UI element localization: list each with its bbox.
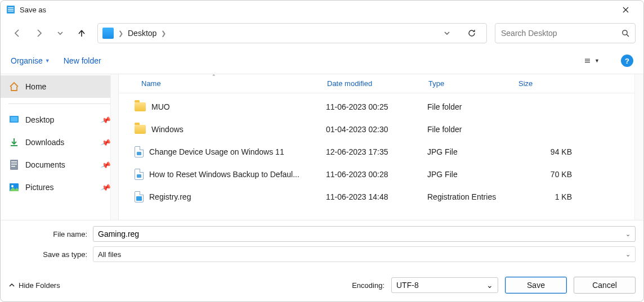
column-headers: Name⌃ Date modified Type Size <box>119 74 643 93</box>
sidebar: Home Desktop 📌 Downloads 📌 Documents 📌 P… <box>1 74 119 220</box>
column-size[interactable]: Size <box>518 79 586 88</box>
organise-menu[interactable]: Organise ▼ <box>11 56 50 65</box>
file-date: 11-06-2023 14:48 <box>326 192 427 201</box>
svg-rect-12 <box>11 164 17 165</box>
location-icon <box>102 28 114 39</box>
search-box[interactable] <box>495 23 636 43</box>
filename-input[interactable] <box>98 229 625 238</box>
svg-rect-2 <box>8 9 14 10</box>
window-title: Save as <box>20 6 613 14</box>
title-bar: Save as <box>1 1 643 19</box>
search-icon <box>621 29 629 37</box>
svg-rect-9 <box>11 117 17 121</box>
app-icon <box>6 5 15 14</box>
file-name: Change Device Usage on Windows 11 <box>149 147 284 156</box>
search-input[interactable] <box>501 29 608 38</box>
breadcrumb-dropdown[interactable] <box>444 30 459 37</box>
file-row[interactable]: How to Reset Windows Backup to Defaul...… <box>135 163 643 186</box>
pictures-icon <box>8 182 20 193</box>
file-type: File folder <box>427 125 517 134</box>
svg-rect-7 <box>585 62 590 62</box>
sort-indicator: ⌃ <box>212 74 216 79</box>
file-date: 11-06-2023 00:28 <box>326 170 427 179</box>
hide-folders-button[interactable]: Hide Folders <box>8 281 60 290</box>
sidebar-item-label: Home <box>25 82 46 91</box>
file-row[interactable]: Windows01-04-2023 02:30File folder <box>135 118 643 141</box>
savetype-label: Save as type: <box>8 250 87 259</box>
sidebar-item-label: Downloads <box>25 138 64 147</box>
view-options-button[interactable]: ▼ <box>585 53 600 68</box>
column-type[interactable]: Type <box>428 79 518 88</box>
breadcrumb-location[interactable]: Desktop <box>128 29 156 38</box>
svg-rect-1 <box>8 7 14 8</box>
file-name: Registry.reg <box>149 192 191 201</box>
file-row[interactable]: MUO11-06-2023 00:25File folder <box>135 96 643 118</box>
folder-icon <box>135 125 146 134</box>
filename-label: File name: <box>8 230 87 238</box>
svg-rect-6 <box>585 60 590 61</box>
desktop-icon <box>8 114 20 125</box>
sidebar-item-documents[interactable]: Documents 📌 <box>1 154 118 176</box>
svg-rect-13 <box>11 166 15 167</box>
filelist-scrollbar[interactable] <box>634 74 643 220</box>
file-date: 12-06-2023 17:35 <box>326 147 427 156</box>
reg-file-icon <box>135 191 144 202</box>
sidebar-item-desktop[interactable]: Desktop 📌 <box>1 109 118 131</box>
file-date: 11-06-2023 00:25 <box>326 102 427 111</box>
home-icon <box>8 81 20 92</box>
sidebar-item-home[interactable]: Home <box>1 75 118 98</box>
column-name[interactable]: Name⌃ <box>141 79 327 88</box>
file-type: JPG File <box>427 170 517 179</box>
svg-rect-5 <box>585 59 590 60</box>
chevron-down-icon[interactable]: ⌄ <box>486 281 493 290</box>
back-button[interactable] <box>8 24 26 42</box>
refresh-button[interactable] <box>462 23 482 43</box>
file-row[interactable]: Registry.reg11-06-2023 14:48Registration… <box>135 186 643 208</box>
file-size: 94 KB <box>517 147 576 156</box>
file-size: 70 KB <box>517 170 576 179</box>
up-button[interactable] <box>73 24 91 42</box>
encoding-select[interactable]: UTF-8 ⌄ <box>391 277 498 293</box>
svg-rect-3 <box>8 11 14 11</box>
file-row[interactable]: Change Device Usage on Windows 1112-06-2… <box>135 141 643 163</box>
new-folder-button[interactable]: New folder <box>64 56 101 65</box>
chevron-down-icon[interactable]: ⌄ <box>625 231 630 238</box>
save-fields: File name: ⌄ Save as type: All files ⌄ <box>1 220 643 270</box>
recent-locations-button[interactable] <box>51 24 69 42</box>
file-type: JPG File <box>427 147 517 156</box>
svg-point-4 <box>623 30 627 35</box>
footer: Hide Folders Encoding: UTF-8 ⌄ Save Canc… <box>1 270 643 301</box>
encoding-label: Encoding: <box>352 281 384 290</box>
folder-icon <box>135 102 146 111</box>
main-area: Home Desktop 📌 Downloads 📌 Documents 📌 P… <box>1 74 643 220</box>
cancel-button[interactable]: Cancel <box>574 277 636 294</box>
chevron-down-icon[interactable]: ⌄ <box>625 251 630 258</box>
breadcrumb[interactable]: ❯ Desktop ❯ <box>97 23 487 43</box>
sidebar-separator <box>8 103 110 104</box>
help-button[interactable]: ? <box>621 55 633 67</box>
save-button[interactable]: Save <box>505 277 567 294</box>
forward-button[interactable] <box>30 24 48 42</box>
file-name: Windows <box>151 125 184 134</box>
sidebar-scrollbar[interactable] <box>110 74 118 220</box>
file-name: How to Reset Windows Backup to Defaul... <box>149 170 299 179</box>
file-name: MUO <box>151 102 170 111</box>
new-folder-label: New folder <box>64 56 101 65</box>
image-file-icon <box>135 146 144 157</box>
chevron-right-icon: ❯ <box>116 30 126 37</box>
sidebar-item-downloads[interactable]: Downloads 📌 <box>1 131 118 154</box>
organise-label: Organise <box>11 56 43 65</box>
close-button[interactable] <box>613 1 638 18</box>
column-date[interactable]: Date modified <box>327 79 428 88</box>
image-file-icon <box>135 169 144 180</box>
caret-down-icon: ▼ <box>45 58 50 64</box>
chevron-up-icon <box>8 282 15 289</box>
file-size: 1 KB <box>517 192 576 201</box>
sidebar-item-pictures[interactable]: Pictures 📌 <box>1 176 118 199</box>
filename-field[interactable]: ⌄ <box>93 226 636 242</box>
sidebar-item-label: Documents <box>25 160 65 169</box>
download-icon <box>8 137 20 148</box>
sidebar-item-label: Pictures <box>25 183 54 192</box>
savetype-field[interactable]: All files ⌄ <box>93 246 636 262</box>
sidebar-item-label: Desktop <box>25 115 54 124</box>
